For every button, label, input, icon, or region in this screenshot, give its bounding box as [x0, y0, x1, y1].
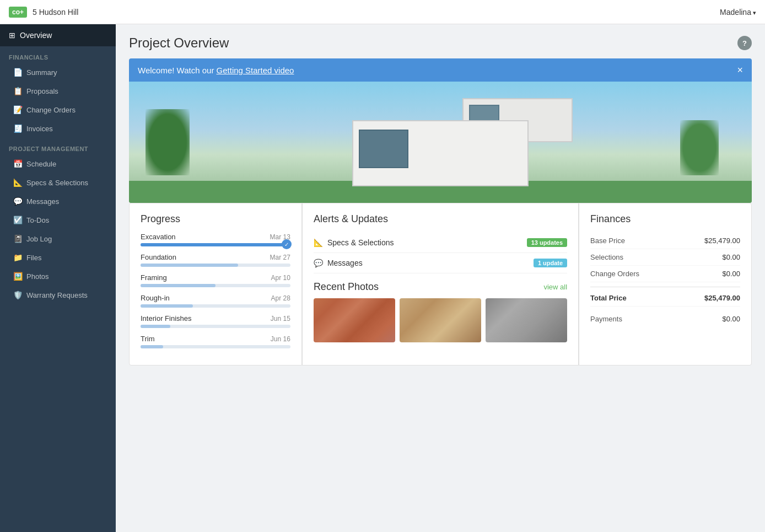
- progress-fill-0: [141, 243, 290, 246]
- photos-grid: [314, 298, 567, 342]
- photos-icon: 🖼️: [13, 272, 22, 281]
- proposals-icon: 📋: [13, 87, 22, 95]
- alert-left-specs: 📐 Specs & Selections: [314, 238, 394, 247]
- sidebar-item-summary[interactable]: 📄 Summary: [0, 63, 116, 82]
- invoices-icon: 🧾: [13, 124, 22, 133]
- alert-item-specs: 📐 Specs & Selections 13 updates: [314, 233, 567, 253]
- finance-value-change-orders: $0.00: [722, 270, 740, 278]
- finance-label-change-orders: Change Orders: [590, 270, 639, 278]
- user-menu[interactable]: Madelina: [720, 8, 756, 17]
- finance-label-selections: Selections: [590, 253, 623, 261]
- sidebar-item-photos[interactable]: 🖼️ Photos: [0, 267, 116, 286]
- finance-label-base: Base Price: [590, 237, 625, 245]
- page-title: Project Overview: [129, 35, 229, 51]
- sidebar-item-files[interactable]: 📁 Files: [0, 248, 116, 267]
- files-icon: 📁: [13, 253, 22, 262]
- specs-badge: 13 updates: [527, 238, 567, 247]
- house-body: [308, 98, 573, 186]
- alerts-card: Alerts & Updates 📐 Specs & Selections 13…: [302, 203, 579, 366]
- page-header: Project Overview ?: [129, 35, 752, 51]
- progress-fill-3: [141, 304, 193, 308]
- progress-name-0: Excavation: [141, 233, 176, 241]
- specs-alert-icon: 📐: [314, 238, 323, 247]
- sidebar-item-todos[interactable]: ☑️ To-Dos: [0, 211, 116, 229]
- alert-label-specs: Specs & Selections: [327, 238, 394, 247]
- progress-date-5: Jun 16: [271, 335, 290, 343]
- sidebar-section-financials: FINANCIALS: [0, 46, 116, 63]
- recent-photos-section: Recent Photos view all: [314, 281, 567, 342]
- finance-value-payments: $0.00: [722, 315, 740, 323]
- topbar: co+ 5 Hudson Hill Madelina: [0, 0, 765, 24]
- sidebar: ⊞ Overview FINANCIALS 📄 Summary 📋 Propos…: [0, 24, 116, 532]
- house-main: [352, 120, 529, 186]
- house-window-main: [359, 130, 408, 168]
- sidebar-item-invoices[interactable]: 🧾 Invoices: [0, 119, 116, 138]
- alerts-title: Alerts & Updates: [314, 213, 567, 225]
- alert-label-messages: Messages: [327, 259, 363, 267]
- view-all-link[interactable]: view all: [543, 283, 567, 291]
- progress-item-trim: Trim Jun 16: [141, 335, 290, 348]
- sidebar-label-summary: Summary: [26, 68, 57, 77]
- sidebar-item-change-orders[interactable]: 📝 Change Orders: [0, 100, 116, 119]
- finance-value-total: $25,479.00: [704, 294, 740, 302]
- sidebar-item-specs-selections[interactable]: 📐 Specs & Selections: [0, 173, 116, 192]
- sidebar-label-schedule: Schedule: [26, 160, 56, 168]
- finance-row-total: Total Price $25,479.00: [590, 287, 740, 307]
- cards-row: Progress Excavation Mar 13 ✓ Foundation …: [129, 203, 752, 366]
- sidebar-label-joblog: Job Log: [26, 235, 52, 243]
- overview-label: Overview: [20, 31, 52, 40]
- tree-left: [146, 109, 190, 175]
- sidebar-label-invoices: Invoices: [26, 125, 53, 133]
- finances-title: Finances: [590, 213, 740, 225]
- photo-thumb-2[interactable]: [400, 298, 481, 342]
- overview-icon: ⊞: [9, 31, 15, 40]
- getting-started-link[interactable]: Getting Started video: [217, 66, 294, 75]
- progress-fill-2: [141, 284, 216, 287]
- logo[interactable]: co+: [9, 7, 27, 18]
- main-content: Project Overview ? Welcome! Watch our Ge…: [116, 24, 765, 532]
- progress-bar-2: [141, 284, 290, 287]
- messages-badge: 1 update: [534, 259, 567, 267]
- photo-thumb-1[interactable]: [314, 298, 395, 342]
- progress-fill-1: [141, 264, 238, 267]
- banner-close-button[interactable]: ×: [737, 65, 743, 75]
- tree-right: [680, 120, 719, 175]
- finance-row-change-orders: Change Orders $0.00: [590, 266, 740, 282]
- sidebar-label-warranty: Warranty Requests: [26, 291, 88, 299]
- photo-soap-image: [486, 298, 567, 342]
- progress-fill-5: [141, 345, 163, 348]
- progress-date-1: Mar 27: [270, 254, 290, 261]
- finance-label-payments: Payments: [590, 315, 622, 323]
- summary-icon: 📄: [13, 68, 22, 77]
- photo-thumb-3[interactable]: [486, 298, 567, 342]
- sidebar-item-warranty[interactable]: 🛡️ Warranty Requests: [0, 286, 116, 304]
- finance-row-payments: Payments $0.00: [590, 311, 740, 327]
- finance-value-base: $25,479.00: [704, 237, 740, 245]
- help-button[interactable]: ?: [737, 36, 752, 50]
- sidebar-label-messages: Messages: [26, 197, 59, 206]
- photo-sink-image: [400, 298, 481, 342]
- finance-value-selections: $0.00: [722, 253, 740, 261]
- specs-icon: 📐: [13, 178, 22, 187]
- sidebar-item-proposals[interactable]: 📋 Proposals: [0, 82, 116, 100]
- sidebar-label-proposals: Proposals: [26, 87, 58, 95]
- progress-name-2: Framing: [141, 273, 167, 282]
- alert-left-messages: 💬 Messages: [314, 259, 363, 267]
- schedule-icon: 📅: [13, 159, 22, 168]
- progress-name-1: Foundation: [141, 253, 176, 261]
- sidebar-item-messages[interactable]: 💬 Messages: [0, 192, 116, 211]
- welcome-banner: Welcome! Watch our Getting Started video…: [129, 58, 752, 82]
- sidebar-item-overview[interactable]: ⊞ Overview: [0, 24, 116, 46]
- banner-text: Welcome! Watch our Getting Started video: [138, 66, 294, 75]
- progress-bar-0: ✓: [141, 243, 290, 246]
- sidebar-item-job-log[interactable]: 📓 Job Log: [0, 229, 116, 248]
- progress-name-5: Trim: [141, 335, 155, 343]
- progress-item-foundation: Foundation Mar 27: [141, 253, 290, 267]
- project-name: 5 Hudson Hill: [33, 8, 78, 17]
- finance-row-selections: Selections $0.00: [590, 249, 740, 266]
- hero-image: [129, 82, 752, 203]
- progress-bar-5: [141, 345, 290, 348]
- sidebar-item-schedule[interactable]: 📅 Schedule: [0, 154, 116, 173]
- progress-fill-4: [141, 325, 170, 328]
- progress-title: Progress: [141, 213, 290, 225]
